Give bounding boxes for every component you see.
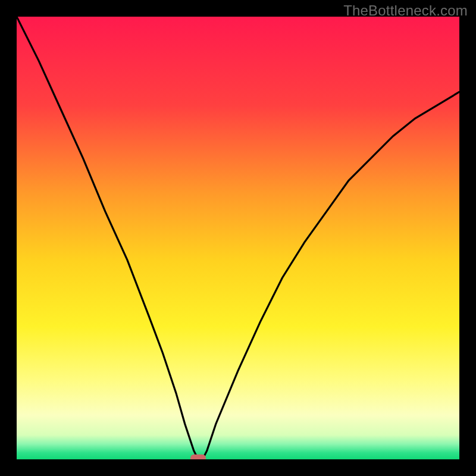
watermark-text: TheBottleneck.com: [343, 2, 468, 19]
gradient-background: [17, 17, 459, 459]
chart-frame: TheBottleneck.com: [0, 0, 476, 476]
plot-area: [17, 17, 459, 459]
optimum-marker: [190, 455, 206, 459]
bottleneck-chart: [17, 17, 459, 459]
